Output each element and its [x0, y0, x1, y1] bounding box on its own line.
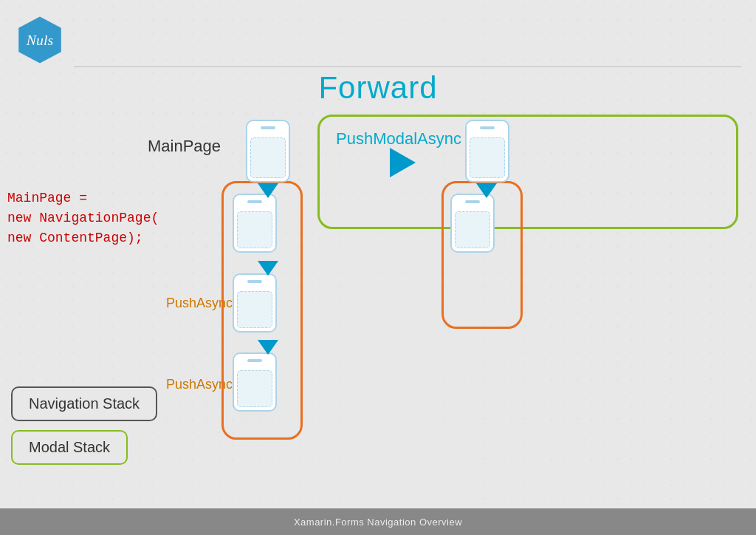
arrow-down-modal: [476, 183, 497, 198]
phone-modal-bottom: [450, 194, 495, 253]
legend: Navigation Stack Modal Stack: [11, 386, 157, 465]
svg-text:Nuls: Nuls: [26, 32, 54, 48]
phone-modal-top: [465, 120, 509, 183]
header-line: [74, 67, 741, 67]
footer-text: Xamarin.Forms Navigation Overview: [294, 517, 462, 528]
footer: Xamarin.Forms Navigation Overview: [0, 508, 756, 535]
mainpage-label: MainPage: [148, 137, 221, 156]
code-block: MainPage = new NavigationPage( new Conte…: [7, 188, 159, 248]
arrow-down-3: [258, 340, 278, 355]
arrow-down-2: [258, 261, 278, 276]
modal-stack-box: [317, 115, 738, 229]
legend-modal-stack: Modal Stack: [11, 430, 157, 465]
legend-nav-stack: Navigation Stack: [11, 386, 157, 421]
nav-stack-legend-box: Navigation Stack: [11, 386, 157, 421]
phone-stack-3: [233, 352, 277, 412]
phone-main: [246, 120, 290, 183]
page-content: Nuls Forward MainPage MainPage = new Nav…: [0, 0, 756, 535]
forward-title: Forward: [0, 70, 756, 106]
phone-stack-2: [233, 273, 277, 333]
modal-stack-legend-box: Modal Stack: [11, 430, 128, 465]
phone-stack-1: [233, 194, 277, 253]
logo: Nuls: [13, 13, 66, 67]
arrow-down-1: [258, 183, 278, 198]
